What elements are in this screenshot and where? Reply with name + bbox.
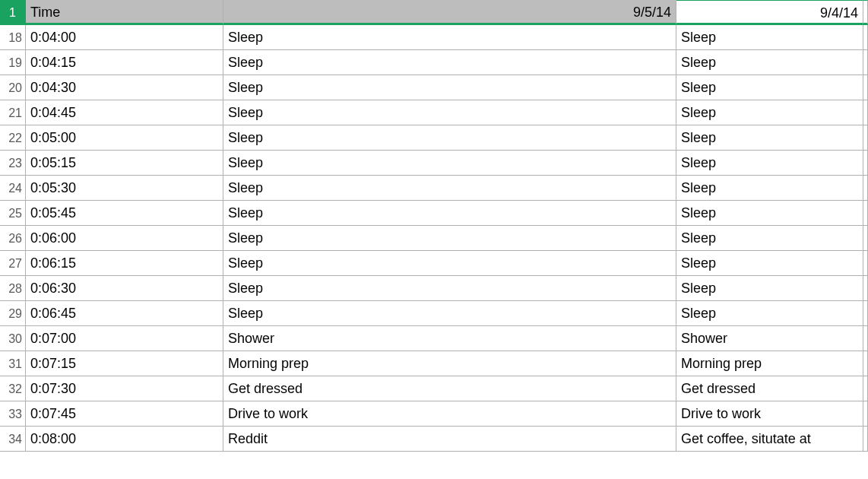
cell-time[interactable]: 0:08:00: [26, 427, 223, 452]
cell-activity-col1[interactable]: Reddit: [223, 427, 676, 452]
cell-time[interactable]: 0:07:30: [26, 376, 223, 401]
row-number[interactable]: 32: [0, 376, 26, 401]
cell-empty[interactable]: [863, 427, 868, 452]
row-number[interactable]: 24: [0, 176, 26, 201]
cell-empty[interactable]: [863, 25, 868, 50]
row-number[interactable]: 28: [0, 276, 26, 301]
cell-activity-col1[interactable]: Sleep: [223, 50, 676, 75]
cell-time[interactable]: 0:06:00: [26, 226, 223, 251]
cell-empty[interactable]: [863, 151, 868, 176]
row-number[interactable]: 31: [0, 351, 26, 376]
cell-time[interactable]: 0:06:45: [26, 301, 223, 326]
cell-activity-col2[interactable]: Sleep: [676, 251, 863, 276]
cell-activity-col1[interactable]: Morning prep: [223, 351, 676, 376]
cell-activity-col2[interactable]: Sleep: [676, 201, 863, 226]
cell-time[interactable]: 0:07:00: [26, 326, 223, 351]
cell-activity-col2[interactable]: Get dressed: [676, 376, 863, 401]
cell-empty[interactable]: [863, 125, 868, 151]
cell-empty[interactable]: [863, 301, 868, 326]
cell-empty[interactable]: [863, 100, 868, 125]
cell-activity-col2[interactable]: Sleep: [676, 75, 863, 100]
cell-activity-col2[interactable]: Sleep: [676, 176, 863, 201]
cell-empty[interactable]: [863, 376, 868, 401]
cell-empty[interactable]: [863, 75, 868, 100]
cell-time[interactable]: 0:07:15: [26, 351, 223, 376]
header-cell-date2[interactable]: 9/4/14: [676, 0, 863, 25]
cell-empty[interactable]: [863, 351, 868, 376]
cell-activity-col2[interactable]: Sleep: [676, 226, 863, 251]
cell-activity-col1[interactable]: Sleep: [223, 75, 676, 100]
row-number[interactable]: 33: [0, 401, 26, 427]
cell-empty[interactable]: [863, 276, 868, 301]
spreadsheet-grid[interactable]: 1 Time 9/5/14 9/4/14 180:04:00SleepSleep…: [0, 0, 868, 452]
cell-activity-col2[interactable]: Get coffee, situtate at: [676, 427, 863, 452]
cell-time[interactable]: 0:05:45: [26, 201, 223, 226]
cell-activity-col1[interactable]: Shower: [223, 326, 676, 351]
cell-activity-col2[interactable]: Sleep: [676, 151, 863, 176]
row-number[interactable]: 23: [0, 151, 26, 176]
cell-empty[interactable]: [863, 201, 868, 226]
cell-time[interactable]: 0:07:45: [26, 401, 223, 427]
row-number[interactable]: 22: [0, 125, 26, 151]
row-number[interactable]: 19: [0, 50, 26, 75]
cell-activity-col1[interactable]: Sleep: [223, 276, 676, 301]
header-cell-empty[interactable]: [863, 0, 868, 25]
cell-activity-col2[interactable]: Sleep: [676, 276, 863, 301]
cell-empty[interactable]: [863, 226, 868, 251]
header-cell-time[interactable]: Time: [26, 0, 223, 25]
cell-activity-col2[interactable]: Sleep: [676, 100, 863, 125]
row-number[interactable]: 20: [0, 75, 26, 100]
cell-empty[interactable]: [863, 50, 868, 75]
row-number[interactable]: 26: [0, 226, 26, 251]
cell-activity-col1[interactable]: Drive to work: [223, 401, 676, 427]
cell-activity-col2[interactable]: Sleep: [676, 50, 863, 75]
cell-empty[interactable]: [863, 251, 868, 276]
row-number[interactable]: 25: [0, 201, 26, 226]
cell-activity-col1[interactable]: Sleep: [223, 301, 676, 326]
cell-activity-col1[interactable]: Get dressed: [223, 376, 676, 401]
row-number[interactable]: 21: [0, 100, 26, 125]
cell-empty[interactable]: [863, 401, 868, 427]
cell-activity-col2[interactable]: Shower: [676, 326, 863, 351]
cell-activity-col2[interactable]: Morning prep: [676, 351, 863, 376]
cell-activity-col2[interactable]: Sleep: [676, 301, 863, 326]
cell-activity-col1[interactable]: Sleep: [223, 100, 676, 125]
row-number[interactable]: 29: [0, 301, 26, 326]
cell-time[interactable]: 0:04:15: [26, 50, 223, 75]
cell-activity-col1[interactable]: Sleep: [223, 25, 676, 50]
cell-activity-col1[interactable]: Sleep: [223, 176, 676, 201]
cell-time[interactable]: 0:05:00: [26, 125, 223, 151]
cell-time[interactable]: 0:04:45: [26, 100, 223, 125]
cell-activity-col1[interactable]: Sleep: [223, 151, 676, 176]
cell-activity-col2[interactable]: Sleep: [676, 25, 863, 50]
cell-time[interactable]: 0:04:00: [26, 25, 223, 50]
row-number[interactable]: 18: [0, 25, 26, 50]
row-number-active[interactable]: 1: [0, 0, 26, 25]
cell-activity-col2[interactable]: Sleep: [676, 125, 863, 151]
cell-activity-col1[interactable]: Sleep: [223, 251, 676, 276]
cell-time[interactable]: 0:04:30: [26, 75, 223, 100]
cell-time[interactable]: 0:06:15: [26, 251, 223, 276]
header-cell-date1[interactable]: 9/5/14: [223, 0, 676, 25]
cell-empty[interactable]: [863, 326, 868, 351]
row-number[interactable]: 30: [0, 326, 26, 351]
row-number[interactable]: 34: [0, 427, 26, 452]
cell-time[interactable]: 0:06:30: [26, 276, 223, 301]
cell-activity-col1[interactable]: Sleep: [223, 125, 676, 151]
cell-empty[interactable]: [863, 176, 868, 201]
row-number[interactable]: 27: [0, 251, 26, 276]
cell-activity-col1[interactable]: Sleep: [223, 201, 676, 226]
cell-time[interactable]: 0:05:30: [26, 176, 223, 201]
cell-time[interactable]: 0:05:15: [26, 151, 223, 176]
cell-activity-col1[interactable]: Sleep: [223, 226, 676, 251]
cell-activity-col2[interactable]: Drive to work: [676, 401, 863, 427]
